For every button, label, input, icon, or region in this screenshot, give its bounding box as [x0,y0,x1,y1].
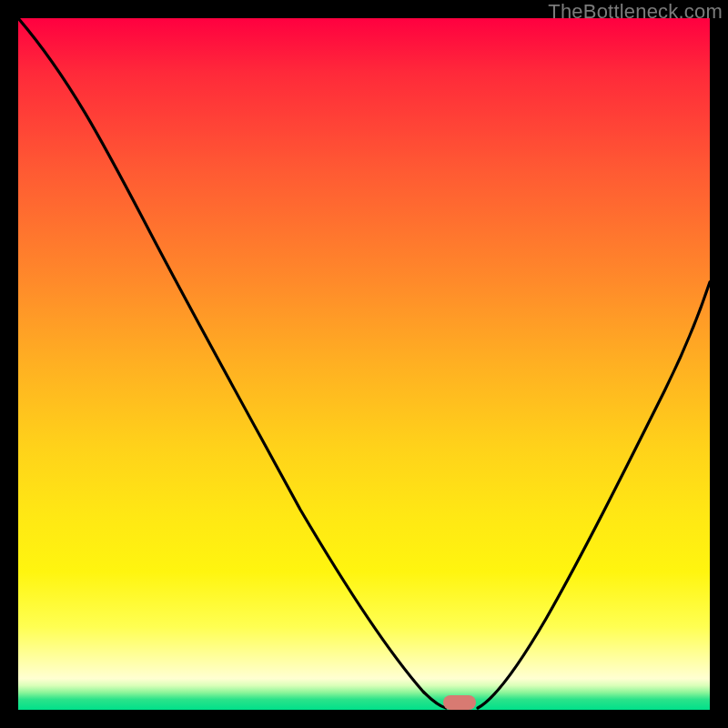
curve-right-branch [478,282,710,708]
plot-area [18,18,710,710]
bottleneck-curve [18,18,710,710]
watermark-text: TheBottleneck.com [548,0,723,24]
curve-left-branch [18,18,446,708]
optimal-marker [443,695,476,710]
chart-frame: TheBottleneck.com [0,0,728,728]
